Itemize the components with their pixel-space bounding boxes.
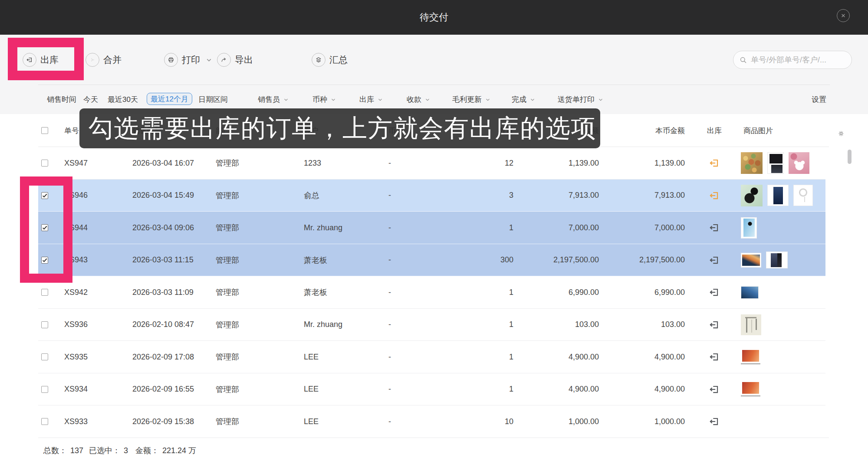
cell-local-amount: 2,197,500.00 <box>555 244 685 277</box>
cell-local-amount: 4,900.00 <box>555 373 685 406</box>
outbound-action-icon[interactable] <box>709 309 720 341</box>
cell-sale-time: 2026-03-04 09:06 <box>132 212 194 244</box>
highlight-rect-checkboxes <box>20 176 72 283</box>
outbound-action-icon[interactable] <box>709 341 720 373</box>
cell-customer: LEE <box>304 341 319 373</box>
cell-customer: 萧老板 <box>304 276 327 309</box>
table-row-XS947[interactable]: XS947 2026-03-04 16:07 管理部 1233 - 12 1,1… <box>38 147 825 180</box>
cell-product-images <box>741 147 809 180</box>
cell-product-images <box>741 180 813 212</box>
footer-stat-2: 金额：221.24 万 <box>135 438 196 464</box>
cell-customer: 1233 <box>304 147 321 180</box>
print-button[interactable]: 打印 <box>164 35 213 85</box>
cell-order-id: XS933 <box>64 405 88 438</box>
cell-local-amount: 1,000.00 <box>555 405 685 438</box>
filter-label-sales-time: 销售时间 <box>47 85 76 114</box>
close-button[interactable] <box>837 9 850 22</box>
cell-local-amount: 1,139.00 <box>555 147 685 180</box>
outbound-action-icon[interactable] <box>709 373 720 406</box>
footer-stat-1: 已选中：3 <box>89 438 128 464</box>
product-image-earbuds-green[interactable] <box>741 185 763 206</box>
product-image-tv-blue[interactable] <box>741 286 759 299</box>
cell-order-id: XS935 <box>64 341 88 373</box>
product-image-tablet-black-box[interactable] <box>767 152 784 174</box>
title-bar: 待交付 <box>0 0 868 35</box>
product-image-phone-darkblue[interactable] <box>767 185 789 206</box>
cell-department: 管理部 <box>216 180 239 212</box>
table-row-XS943[interactable]: XS943 2026-03-03 11:15 管理部 萧老板 - 300 2,1… <box>38 244 825 277</box>
column-header-8: 出库 <box>688 114 740 147</box>
cell-product-images <box>741 276 759 309</box>
product-image-phones-dark-pair[interactable] <box>766 252 788 268</box>
merge-button[interactable]: 合并 <box>85 35 122 85</box>
chevron-down-icon <box>330 97 336 103</box>
cell-product-images <box>741 341 760 373</box>
row-checkbox[interactable] <box>41 289 48 296</box>
cell-local-amount: 6,990.00 <box>555 276 685 309</box>
product-image-laptop-red[interactable] <box>741 382 760 396</box>
export-icon <box>217 53 231 67</box>
row-checkbox[interactable] <box>41 321 48 328</box>
filter-option-last-12-months[interactable]: 最近12个月 <box>147 93 192 105</box>
cell-sale-time: 2026-03-04 15:49 <box>132 180 194 212</box>
outbound-action-icon[interactable] <box>709 276 720 309</box>
tooltip-annotation: 勾选需要出库的订单，上方就会有出库的选项 <box>79 108 600 148</box>
outbound-action-icon[interactable] <box>709 180 720 212</box>
outbound-action-icon[interactable] <box>709 405 720 438</box>
settings-button[interactable]: 设置 <box>812 85 826 114</box>
cell-local-amount: 103.00 <box>555 309 685 341</box>
outbound-action-icon[interactable] <box>709 244 720 277</box>
highlight-rect-outbound-button <box>8 38 84 80</box>
chevron-down-icon <box>529 97 536 103</box>
table-row-XS946[interactable]: XS946 2026-03-04 15:49 管理部 俞总 - 3 7,913.… <box>38 180 825 212</box>
product-image-tv-sunset[interactable] <box>741 253 761 268</box>
cell-order-id: XS947 <box>64 147 88 180</box>
cell-sale-time: 2026-03-04 16:07 <box>132 147 194 180</box>
row-checkbox[interactable] <box>41 353 48 360</box>
layers-icon <box>312 53 326 67</box>
product-image-wireless-charger[interactable] <box>793 185 813 206</box>
cell-department: 管理部 <box>216 147 239 180</box>
row-checkbox[interactable] <box>41 386 48 393</box>
table-row-XS933[interactable]: XS933 2026-02-09 15:38 管理部 LEE - 10 1,00… <box>38 405 825 438</box>
chevron-down-icon <box>283 97 289 103</box>
table-row-XS944[interactable]: XS944 2026-03-04 09:06 管理部 Mr. zhuang - … <box>38 212 825 244</box>
cell-product-images <box>741 373 760 406</box>
cell-customer: 萧老板 <box>304 244 327 277</box>
vertical-scrollbar[interactable] <box>848 150 852 164</box>
search-placeholder: 单号/外部单号/客户/... <box>751 55 826 65</box>
cell-customer: LEE <box>304 405 319 438</box>
column-settings-gear-icon[interactable] <box>838 130 845 139</box>
cell-sale-time: 2026-03-03 11:15 <box>132 244 194 277</box>
outbound-action-icon[interactable] <box>709 212 720 244</box>
product-image-pink-cat-box[interactable] <box>789 152 809 174</box>
tooltip-text: 勾选需要出库的订单，上方就会有出库的选项 <box>89 112 596 145</box>
row-checkbox[interactable] <box>41 160 48 167</box>
cell-department: 管理部 <box>216 405 239 438</box>
product-image-laptop-red[interactable] <box>741 350 760 364</box>
cell-department: 管理部 <box>216 373 239 406</box>
cell-customer: Mr. zhuang <box>304 212 342 244</box>
cell-customer: 俞总 <box>304 180 319 212</box>
pending-delivery-window: 待交付 出库合并打印导出汇总 单号/外部单号/客户/... 销售时间今天最近30… <box>0 0 868 464</box>
select-all-checkbox[interactable] <box>41 127 48 134</box>
export-button[interactable]: 导出 <box>217 35 253 85</box>
merge-icon <box>85 53 99 67</box>
cell-sale-time: 2026-03-03 11:09 <box>132 276 194 309</box>
outbound-action-icon[interactable] <box>709 147 720 180</box>
table-row-XS942[interactable]: XS942 2026-03-03 11:09 管理部 萧老板 - 1 6,990… <box>38 276 825 309</box>
cell-product-images <box>741 309 761 341</box>
summary-button[interactable]: 汇总 <box>312 35 348 85</box>
table-row-XS934[interactable]: XS934 2026-02-09 16:55 管理部 LEE - 1 4,900… <box>38 373 825 406</box>
cell-local-amount: 4,900.00 <box>555 341 685 373</box>
product-image-phone-lightblue[interactable] <box>741 217 757 239</box>
search-input[interactable]: 单号/外部单号/客户/... <box>733 51 852 69</box>
table-row-XS935[interactable]: XS935 2026-02-09 17:08 管理部 LEE - 1 4,900… <box>38 341 825 373</box>
cell-department: 管理部 <box>216 276 239 309</box>
cell-sale-time: 2026-02-09 16:55 <box>132 373 194 406</box>
table-row-XS936[interactable]: XS936 2026-02-10 08:47 管理部 Mr. zhuang - … <box>38 309 825 341</box>
product-image-nuts-platter[interactable] <box>741 152 763 174</box>
chevron-down-icon <box>377 97 383 103</box>
row-checkbox[interactable] <box>41 418 48 425</box>
product-image-shower-set[interactable] <box>741 314 761 335</box>
